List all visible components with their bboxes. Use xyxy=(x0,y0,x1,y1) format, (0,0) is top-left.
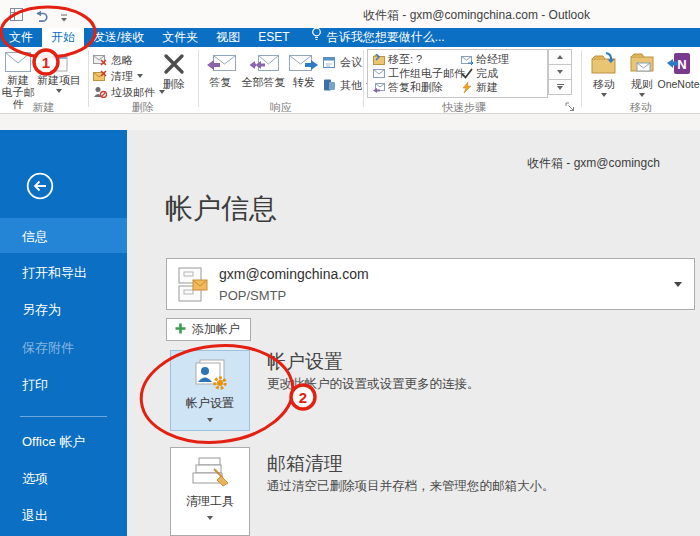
quick-step-reply-delete[interactable]: 答复和删除 xyxy=(373,81,443,94)
group-divider xyxy=(198,50,199,107)
move-folder-icon xyxy=(591,52,617,76)
quick-step-label: 答复和删除 xyxy=(388,80,443,95)
forward-button[interactable]: 转发 xyxy=(288,49,320,88)
window-title: 收件箱 - gxm@comingchina.com - Outlook xyxy=(363,7,590,24)
cleanup-label: 清理 xyxy=(111,69,133,84)
account-settings-button[interactable]: 帐户设置 xyxy=(170,350,250,431)
reply-all-button[interactable]: 全部答复 xyxy=(240,49,287,88)
send-receive-icon[interactable] xyxy=(10,7,23,25)
undo-icon[interactable] xyxy=(34,8,49,26)
sidebar-item-info[interactable]: 信息 xyxy=(0,218,127,253)
quick-step-label: 给经理 xyxy=(476,52,509,67)
tell-me-box[interactable]: 告诉我您想要做什么... xyxy=(311,28,445,47)
tab-home[interactable]: 开始 xyxy=(42,28,84,47)
move-label: 移动 xyxy=(585,78,623,90)
rules-folder-icon xyxy=(630,52,654,76)
forward-icon xyxy=(289,52,319,74)
back-button[interactable] xyxy=(26,172,54,200)
junk-label: 垃圾邮件 xyxy=(111,85,155,100)
gallery-more-button[interactable] xyxy=(548,79,572,95)
quick-step-move-to[interactable]: 移至: ? xyxy=(373,53,422,66)
sidebar-item-exit[interactable]: 退出 xyxy=(22,508,48,524)
meeting-icon xyxy=(323,56,336,68)
dropdown-caret-icon xyxy=(159,90,165,94)
quick-step-label: 工作组电子邮件 xyxy=(388,66,465,81)
more-respond-button[interactable]: 其他 xyxy=(323,78,372,92)
meeting-label: 会议 xyxy=(340,55,362,70)
quick-steps-dialog-launcher-icon[interactable] xyxy=(565,102,575,114)
onenote-icon: N xyxy=(667,52,691,76)
move-button[interactable]: 移动 xyxy=(585,49,623,97)
cleanup-tools-button-label: 清理工具 xyxy=(171,493,249,510)
cleanup-icon xyxy=(93,70,107,82)
ignore-button[interactable]: 忽略 xyxy=(93,53,133,67)
outlook-window: 收件箱 - gxm@comingchina.com - Outlook 文件 开… xyxy=(0,0,700,536)
quick-step-to-manager[interactable]: 给经理 xyxy=(461,53,509,66)
envelope-icon xyxy=(5,52,31,72)
reply-button[interactable]: 答复 xyxy=(202,49,239,88)
lightning-icon xyxy=(461,82,473,93)
gallery-scroll-down-button[interactable] xyxy=(548,64,572,80)
quick-steps-gallery: 移至: ? 工作组电子邮件 答复和删除 给经理 完成 新建 xyxy=(367,49,548,98)
account-cabinet-icon xyxy=(177,267,209,307)
sidebar-item-options[interactable]: 选项 xyxy=(22,471,48,487)
combo-dropdown-icon[interactable] xyxy=(674,282,682,287)
new-items-icon xyxy=(49,52,69,72)
quick-steps-scrollbar xyxy=(548,49,572,95)
cleanup-button[interactable]: 清理 xyxy=(93,69,143,83)
team-email-icon xyxy=(373,68,385,79)
group-label-quick-steps: 快速步骤 xyxy=(364,100,564,115)
reply-label: 答复 xyxy=(202,76,239,88)
dropdown-caret-icon xyxy=(56,89,62,93)
sidebar-item-office-account[interactable]: Office 帐户 xyxy=(22,434,85,450)
quick-step-done[interactable]: 完成 xyxy=(461,67,498,80)
svg-text:N: N xyxy=(677,57,686,72)
title-bar: 收件箱 - gxm@comingchina.com - Outlook xyxy=(0,0,700,28)
group-label-delete: 删除 xyxy=(88,100,198,115)
onenote-button[interactable]: N OneNote xyxy=(657,49,700,90)
quick-step-team-email[interactable]: 工作组电子邮件 xyxy=(373,67,465,80)
meeting-button[interactable]: 会议 xyxy=(323,55,362,69)
to-manager-icon xyxy=(461,54,473,65)
delete-button[interactable]: 删除 xyxy=(153,49,195,90)
tab-eset[interactable]: ESET xyxy=(249,28,298,47)
gallery-scroll-up-button[interactable] xyxy=(548,49,572,65)
sidebar-item-save-as[interactable]: 另存为 xyxy=(22,302,61,318)
quick-step-label: 完成 xyxy=(476,66,498,81)
junk-icon xyxy=(93,86,107,98)
new-items-label: 新建项目 xyxy=(36,74,82,86)
delete-x-icon xyxy=(163,52,185,76)
sidebar-item-print[interactable]: 打印 xyxy=(22,377,48,393)
cleanup-tools-button[interactable]: 清理工具 xyxy=(170,447,250,536)
tab-file[interactable]: 文件 xyxy=(0,28,42,47)
quick-step-create-new[interactable]: 新建 xyxy=(461,81,498,94)
delete-label: 删除 xyxy=(153,78,195,90)
tab-view[interactable]: 视图 xyxy=(207,28,249,47)
dropdown-caret-icon xyxy=(639,93,645,97)
lightbulb-icon xyxy=(311,27,322,48)
backstage-account-header: 收件箱 - gxm@comingch xyxy=(527,155,660,172)
tell-me-label: 告诉我您想要做什么... xyxy=(327,28,445,47)
rules-button[interactable]: 规则 xyxy=(625,49,659,97)
ignore-icon xyxy=(93,54,107,66)
account-selector[interactable]: gxm@comingchina.com POP/SMTP xyxy=(166,258,695,310)
sidebar-item-label: 信息 xyxy=(22,228,48,246)
account-protocol: POP/SMTP xyxy=(219,288,286,303)
ribbon: 新建 电子邮件 新建项目 忽略 清理 垃圾邮件 删除 xyxy=(0,47,700,114)
sidebar-item-save-attachments: 保存附件 xyxy=(22,340,74,356)
add-account-button[interactable]: 添加帐户 xyxy=(166,318,251,341)
customize-toolbar-icon[interactable] xyxy=(60,9,68,27)
forward-label: 转发 xyxy=(288,76,320,88)
tab-send-receive[interactable]: 发送/接收 xyxy=(84,28,153,47)
account-settings-button-label: 帐户设置 xyxy=(171,395,249,412)
new-items-button[interactable]: 新建项目 xyxy=(36,49,82,93)
mailbox-cleanup-icon xyxy=(190,456,230,489)
page-title: 帐户信息 xyxy=(165,190,277,228)
dropdown-caret-icon xyxy=(137,74,143,78)
tab-folder[interactable]: 文件夹 xyxy=(153,28,207,47)
check-icon xyxy=(461,68,473,79)
add-account-label: 添加帐户 xyxy=(192,321,240,338)
sidebar-item-open-export[interactable]: 打开和导出 xyxy=(22,265,87,281)
group-divider xyxy=(363,50,364,107)
group-label-new: 新建 xyxy=(0,100,87,115)
